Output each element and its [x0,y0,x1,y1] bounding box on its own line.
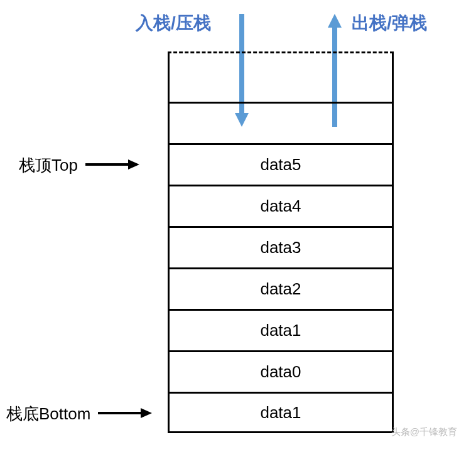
top-label-text: 栈顶Top [19,154,78,176]
stack-cell: data2 [168,267,394,309]
stack-cell: data4 [168,185,394,226]
stack-cell: data3 [168,226,394,267]
stack-cell: data1 [168,392,394,433]
pop-label: 出栈/弹栈 [352,11,427,35]
stack-container: data5 data4 data3 data2 data1 data0 data… [168,51,394,433]
stack-cell: data0 [168,350,394,392]
stack-top-label: 栈顶Top [19,154,139,176]
svg-marker-7 [141,408,152,418]
stack-open-top [168,51,394,102]
arrow-right-icon [85,156,139,175]
stack-bottom-label: 栈底Bottom [6,403,152,425]
stack-cell: data1 [168,309,394,350]
push-label: 入栈/压栈 [136,11,211,35]
arrow-right-icon [98,404,152,424]
svg-marker-5 [128,159,139,170]
stack-cell: data5 [168,143,394,185]
stack-cell-empty [168,102,394,143]
watermark: 头条@千锋教育 [391,426,457,438]
bottom-label-text: 栈底Bottom [6,403,90,425]
svg-marker-2 [328,14,342,28]
